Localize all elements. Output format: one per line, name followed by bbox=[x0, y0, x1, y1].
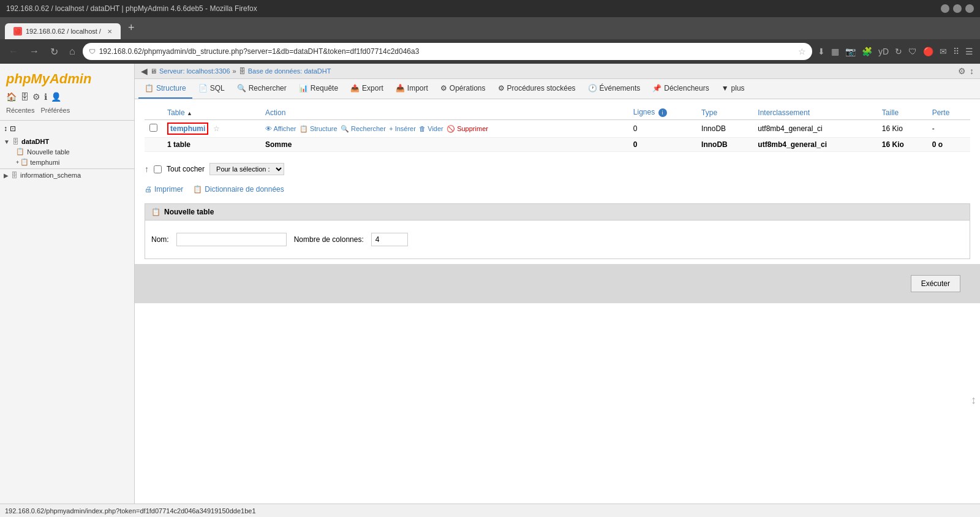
scroll-indicator-icon: ↕ bbox=[970, 66, 974, 76]
refresh-button[interactable]: ↻ bbox=[47, 45, 62, 59]
collation-col-header: Interclassement bbox=[753, 105, 876, 120]
back-button[interactable]: ← bbox=[5, 45, 22, 58]
sort-arrow-icon: ▲ bbox=[187, 110, 192, 116]
tab-requete[interactable]: 📊 Requête bbox=[293, 79, 344, 99]
sql-tab-icon: 📄 bbox=[198, 84, 208, 92]
table-name-link[interactable]: temphumi bbox=[167, 123, 208, 135]
profile-icon[interactable]: yD bbox=[876, 45, 891, 58]
tab-operations[interactable]: ⚙ Opérations bbox=[434, 79, 492, 99]
check-all-row: ↑ Tout cocher Pour la sélection : bbox=[135, 158, 980, 180]
addon-icon[interactable]: 🧩 bbox=[860, 45, 874, 58]
tab-events[interactable]: 🕐 Événements bbox=[582, 79, 647, 99]
db-sidebar-icon[interactable]: 🗄 bbox=[20, 92, 29, 102]
tab-rechercher[interactable]: 🔍 Rechercher bbox=[231, 79, 293, 99]
row-rows-cell: 0 bbox=[628, 120, 696, 138]
favorites-link[interactable]: Préférées bbox=[40, 107, 70, 114]
breadcrumb-bar: ◀ 🖥 Serveur: localhost:3306 » 🗄 Base de … bbox=[135, 64, 980, 79]
more-tab-label: plus bbox=[731, 84, 745, 92]
tab-structure[interactable]: 📋 Structure bbox=[138, 79, 192, 99]
download-icon[interactable]: ⬇ bbox=[816, 45, 827, 58]
address-text: 192.168.0.62/phpmyadmin/db_structure.php… bbox=[99, 47, 794, 56]
browser-tab[interactable]: 🔴 192.168.0.62 / localhost / ✕ bbox=[5, 23, 121, 39]
expand-temphumi-icon: + bbox=[16, 159, 19, 165]
row-actions-cell: 👁 Afficher 📋 Structure 🔍 Rechercher + In… bbox=[260, 120, 628, 138]
info-sidebar-icon[interactable]: ℹ bbox=[44, 92, 47, 102]
screenshot-icon[interactable]: 📷 bbox=[843, 45, 858, 58]
antivirus-icon[interactable]: 🔴 bbox=[921, 45, 935, 58]
row-overhead-cell: - bbox=[927, 120, 970, 138]
breadcrumb-collapse-icon[interactable]: ◀ bbox=[141, 66, 148, 76]
tab-close-icon[interactable]: ✕ bbox=[107, 28, 112, 35]
status-bar: 192.168.0.62/phpmyadmin/index.php?token=… bbox=[0, 504, 980, 517]
mail-icon[interactable]: ✉ bbox=[938, 45, 949, 58]
sidebar-toggle-icon[interactable]: ▦ bbox=[829, 45, 841, 58]
filter-icon[interactable]: ⊡ bbox=[10, 124, 16, 133]
new-tab-button[interactable]: + bbox=[123, 21, 140, 34]
apps-icon[interactable]: ⠿ bbox=[951, 45, 961, 58]
tab-triggers[interactable]: 📌 Déclencheurs bbox=[646, 79, 715, 99]
collapse-icon[interactable]: ↕ bbox=[4, 124, 7, 133]
tab-navigation: 📋 Structure 📄 SQL 🔍 Rechercher 📊 Requête… bbox=[135, 79, 980, 99]
triggers-tab-label: Déclencheurs bbox=[664, 84, 709, 92]
home-button[interactable]: ⌂ bbox=[66, 45, 79, 58]
row-checkbox[interactable] bbox=[149, 124, 157, 132]
tab-import[interactable]: 📥 Import bbox=[390, 79, 434, 99]
sidebar-item-information-schema[interactable]: ▶ 🗄 information_schema bbox=[0, 170, 134, 180]
structure-table: Table ▲ Action Lignes i Type bbox=[145, 105, 970, 152]
breadcrumb-sep1: » bbox=[233, 67, 236, 75]
shield-icon[interactable]: 🛡 bbox=[907, 45, 919, 58]
sync-icon[interactable]: ↻ bbox=[893, 45, 904, 58]
row-name-cell: temphumi ☆ bbox=[162, 120, 260, 138]
close-btn[interactable] bbox=[965, 4, 974, 13]
supprimer-link[interactable]: 🚫 Supprimer bbox=[447, 125, 488, 133]
data-dict-link[interactable]: 📋 Dictionnaire de données bbox=[193, 185, 284, 194]
menu-icon[interactable]: ☰ bbox=[963, 45, 975, 58]
table-area: Table ▲ Action Lignes i Type bbox=[135, 99, 980, 158]
forward-button[interactable]: → bbox=[26, 45, 43, 58]
export-tab-icon: 📤 bbox=[350, 84, 360, 92]
summary-row: 1 table Somme 0 InnoDB bbox=[145, 138, 970, 152]
check-all-checkbox[interactable] bbox=[154, 165, 162, 173]
sidebar-item-temphumi[interactable]: + 📋 temphumi bbox=[12, 157, 134, 167]
type-col-header: Type bbox=[696, 105, 753, 120]
new-table-header-label: Nouvelle table bbox=[164, 208, 214, 216]
vider-link[interactable]: 🗑 Vider bbox=[419, 125, 443, 132]
print-link[interactable]: 🖨 Imprimer bbox=[145, 185, 183, 194]
summary-overhead-cell: 0 o bbox=[927, 138, 970, 152]
browser-title: 192.168.0.62 / localhost / dataDHT | php… bbox=[6, 4, 257, 13]
execute-button[interactable]: Exécuter bbox=[911, 275, 960, 292]
tab-stored-procedures[interactable]: ⚙ Procédures stockées bbox=[492, 79, 582, 99]
table-col-header[interactable]: Table ▲ bbox=[162, 105, 260, 120]
name-input[interactable] bbox=[176, 233, 287, 246]
settings-sidebar-icon[interactable]: ⚙ bbox=[32, 92, 40, 102]
sidebar-item-dataDHT[interactable]: ▼ 🗄 dataDHT bbox=[0, 137, 134, 146]
settings-breadcrumb-icon[interactable]: ⚙ bbox=[958, 66, 966, 76]
tab-sql[interactable]: 📄 SQL bbox=[192, 79, 231, 99]
rechercher-link[interactable]: 🔍 Rechercher bbox=[341, 125, 386, 133]
breadcrumb: ◀ 🖥 Serveur: localhost:3306 » 🗄 Base de … bbox=[141, 66, 331, 76]
tab-export[interactable]: 📤 Export bbox=[344, 79, 390, 99]
bookmark-icon[interactable]: ☆ bbox=[798, 47, 806, 56]
sidebar-item-nouvelle-table[interactable]: 📋 Nouvelle table bbox=[12, 146, 134, 157]
address-bar[interactable]: 🛡 192.168.0.62/phpmyadmin/db_structure.p… bbox=[83, 43, 812, 60]
breadcrumb-server-link[interactable]: Serveur: localhost:3306 bbox=[159, 67, 230, 75]
temphumi-table-label: temphumi bbox=[30, 159, 59, 166]
inserer-link[interactable]: + Insérer bbox=[389, 125, 416, 132]
home-sidebar-icon[interactable]: 🏠 bbox=[6, 92, 17, 102]
table-col-label: Table bbox=[167, 108, 185, 117]
maximize-btn[interactable] bbox=[953, 4, 962, 13]
structure-link[interactable]: 📋 Structure bbox=[300, 125, 337, 133]
user-sidebar-icon[interactable]: 👤 bbox=[51, 92, 61, 102]
breadcrumb-db-icon: 🗄 bbox=[239, 67, 246, 75]
expand-info-icon: ▶ bbox=[4, 172, 9, 179]
breadcrumb-db-link[interactable]: Base de données: dataDHT bbox=[248, 67, 331, 75]
selection-dropdown[interactable]: Pour la sélection : bbox=[209, 163, 284, 175]
columns-input[interactable] bbox=[371, 233, 408, 246]
afficher-link[interactable]: 👁 Afficher bbox=[265, 125, 296, 132]
tab-more[interactable]: ▼ plus bbox=[715, 79, 751, 99]
content-area: ◀ 🖥 Serveur: localhost:3306 » 🗄 Base de … bbox=[135, 64, 980, 504]
star-icon[interactable]: ☆ bbox=[213, 124, 220, 133]
minimize-btn[interactable] bbox=[941, 4, 949, 13]
sidebar-links: Récentes Préférées bbox=[0, 104, 134, 119]
recent-link[interactable]: Récentes bbox=[6, 107, 34, 114]
